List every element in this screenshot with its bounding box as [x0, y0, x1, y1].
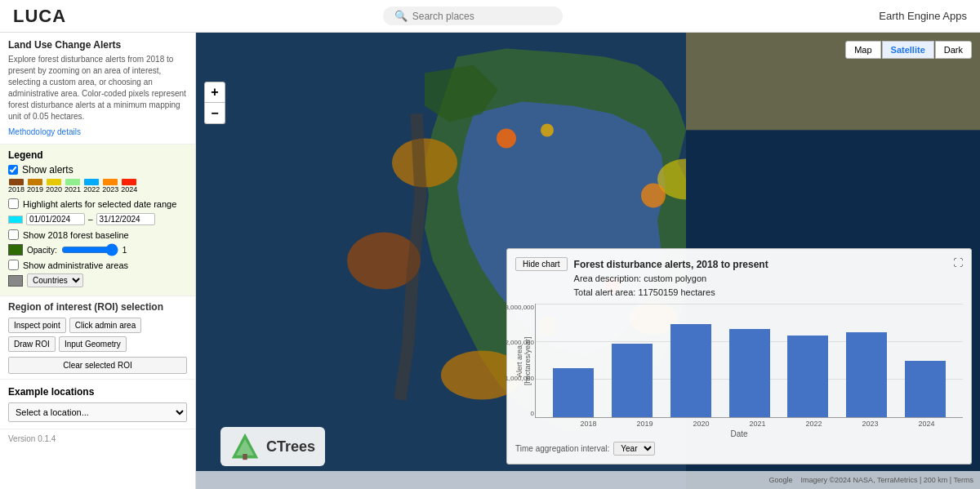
- date-range-swatch: [8, 216, 23, 224]
- x-axis-title: Date: [515, 429, 963, 438]
- year-item-2018: 2018: [8, 179, 24, 193]
- date-range-row: –: [8, 213, 187, 225]
- year-swatch-2019: [28, 179, 42, 185]
- map-type-buttons: Map Satellite Dark: [845, 41, 972, 59]
- svg-point-7: [541, 124, 554, 137]
- location-select[interactable]: Select a location...: [8, 402, 187, 422]
- chart-area-desc: Area description: custom polygon: [574, 273, 707, 283]
- year-colors-row: 2018 2019 2020 2021 2022 2023: [8, 179, 187, 193]
- zoom-out-button[interactable]: −: [204, 103, 225, 124]
- highlight-label: Highlight alerts for selected date range: [23, 199, 176, 209]
- version-text: Version 0.1.4: [0, 429, 195, 448]
- opacity-row: Opacity: 1: [8, 243, 187, 256]
- map-type-dark-button[interactable]: Dark: [935, 41, 972, 59]
- bar-2021: [720, 304, 779, 417]
- input-geometry-button[interactable]: Input Geometry: [59, 336, 127, 352]
- x-label-2018: 2018: [560, 420, 617, 428]
- x-label-2021: 2021: [729, 420, 786, 428]
- admin-label: Show administrative areas: [23, 260, 128, 270]
- ee-apps-label: Earth Engine Apps: [879, 10, 967, 22]
- legend-section: Legend Show alerts 2018 2019 2020 2021: [0, 144, 195, 296]
- hide-chart-button[interactable]: Hide chart: [515, 257, 568, 271]
- chart-title-block: Forest disturbance alerts, 2018 to prese…: [574, 257, 942, 299]
- click-admin-button[interactable]: Click admin area: [69, 318, 141, 333]
- roi-section: Region of interest (ROI) selection Inspe…: [0, 296, 195, 380]
- methodology-link[interactable]: Methodology details: [8, 127, 81, 136]
- roi-buttons-group: Inspect point Click admin area Draw ROI …: [8, 318, 187, 352]
- map-area[interactable]: Map Satellite Dark + − CTrees Hide chart…: [196, 33, 980, 489]
- countries-row: Countries: [8, 273, 187, 287]
- time-agg-row: Time aggregation interval: Year: [515, 442, 963, 456]
- bar-chart: Alert area[hectares/year] 3,000,000 2,00…: [515, 304, 963, 418]
- draw-roi-button[interactable]: Draw ROI: [8, 336, 56, 352]
- alert-description: Explore forest disturbance alerts from 2…: [8, 54, 187, 122]
- app-header: LUCA 🔍 Earth Engine Apps: [0, 0, 980, 33]
- date-from-input[interactable]: [26, 213, 85, 225]
- zoom-buttons: + −: [204, 82, 225, 124]
- x-label-2022: 2022: [786, 420, 842, 428]
- countries-select[interactable]: Countries: [27, 273, 83, 287]
- admin-checkbox[interactable]: [8, 260, 19, 270]
- zoom-in-button[interactable]: +: [204, 82, 225, 103]
- forest-baseline-label: Show 2018 forest baseline: [23, 230, 129, 240]
- time-agg-select[interactable]: Year: [613, 442, 655, 456]
- bar-value-2021: [729, 329, 770, 417]
- x-label-2019: 2019: [617, 420, 673, 428]
- map-type-satellite-button[interactable]: Satellite: [882, 41, 934, 59]
- year-item-2019: 2019: [27, 179, 43, 193]
- chart-area: 3,000,000 2,000,000 1,000,000 0: [535, 304, 963, 418]
- bar-value-2019: [612, 344, 653, 417]
- chart-header: Hide chart Forest disturbance alerts, 20…: [515, 257, 963, 299]
- year-swatch-2021: [65, 179, 80, 185]
- admin-row: Show administrative areas: [8, 260, 187, 270]
- forest-baseline-checkbox[interactable]: [8, 229, 19, 240]
- year-swatch-2018: [9, 179, 24, 185]
- forest-baseline-row: Show 2018 forest baseline: [8, 229, 187, 240]
- bar-value-2022: [787, 336, 828, 417]
- chart-total-area: Total alert area: 11750159 hectares: [574, 287, 715, 297]
- alert-section: Land Use Change Alerts Explore forest di…: [0, 33, 195, 144]
- year-item-2023: 2023: [102, 179, 118, 193]
- alert-title: Land Use Change Alerts: [8, 39, 187, 51]
- highlight-checkbox[interactable]: [8, 198, 19, 209]
- highlight-row: Highlight alerts for selected date range: [8, 198, 187, 209]
- map-bottom-bar: Google Imagery ©2024 NASA, TerraMetrics …: [196, 471, 980, 489]
- map-attribution: Imagery ©2024 NASA, TerraMetrics | 200 k…: [800, 476, 973, 484]
- search-bar[interactable]: 🔍: [383, 7, 563, 25]
- left-panel: Land Use Change Alerts Explore forest di…: [0, 33, 196, 489]
- bar-2020: [662, 304, 720, 417]
- google-label: Google: [768, 476, 792, 484]
- bar-value-2023: [846, 332, 887, 417]
- bar-value-2024: [905, 361, 946, 418]
- map-type-map-button[interactable]: Map: [845, 41, 880, 59]
- x-label-2024: 2024: [898, 420, 955, 428]
- bar-value-2020: [670, 324, 711, 417]
- expand-chart-icon[interactable]: ⛶: [953, 257, 963, 269]
- inspect-point-button[interactable]: Inspect point: [8, 318, 66, 333]
- show-alerts-checkbox[interactable]: [8, 165, 18, 175]
- example-locations-section: Example locations Select a location...: [0, 380, 195, 429]
- x-labels: 2018 2019 2020 2021 2022 2023 2024: [515, 418, 963, 428]
- show-alerts-row: Show alerts: [8, 164, 187, 176]
- show-alerts-label: Show alerts: [22, 164, 74, 176]
- bar-2018: [544, 304, 603, 417]
- bar-2019: [603, 304, 662, 417]
- year-swatch-2020: [47, 179, 61, 185]
- date-to-input[interactable]: [96, 213, 155, 225]
- ctrees-logo: CTrees: [220, 427, 325, 466]
- x-label-2023: 2023: [842, 420, 898, 428]
- bar-value-2018: [553, 368, 594, 417]
- clear-roi-button[interactable]: Clear selected ROI: [8, 357, 187, 374]
- opacity-slider[interactable]: [61, 243, 118, 256]
- svg-point-6: [497, 129, 516, 149]
- year-item-2022: 2022: [83, 179, 100, 193]
- app-logo: LUCA: [13, 6, 66, 27]
- year-swatch-2022: [84, 179, 99, 185]
- chart-panel: Hide chart Forest disturbance alerts, 20…: [506, 248, 972, 465]
- example-locations-title: Example locations: [8, 386, 187, 398]
- time-agg-label: Time aggregation interval:: [515, 444, 609, 453]
- admin-swatch: [8, 275, 23, 287]
- forest-swatch: [8, 244, 23, 256]
- legend-title: Legend: [8, 149, 187, 161]
- search-input[interactable]: [412, 11, 551, 22]
